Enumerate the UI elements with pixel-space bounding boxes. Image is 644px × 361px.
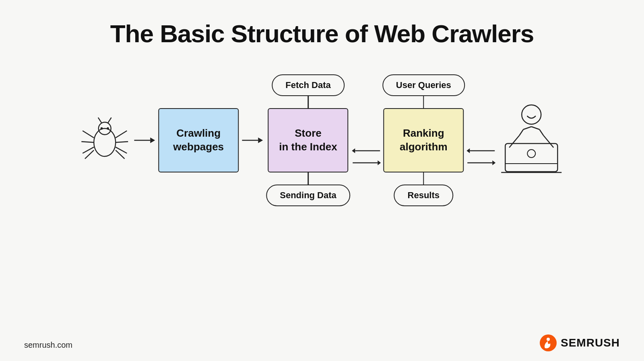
svg-line-36 [531,127,539,129]
vert-line-top-ranking [423,96,424,108]
results-pill: Results [394,185,453,206]
svg-point-26 [522,105,541,124]
svg-marker-25 [492,160,495,165]
vert-line-bottom-store [308,172,309,185]
svg-line-6 [116,131,127,137]
svg-point-30 [527,150,535,158]
svg-point-38 [547,338,550,341]
vert-line-top-store [308,96,309,108]
svg-line-34 [539,129,543,135]
svg-point-13 [107,127,109,130]
svg-marker-19 [352,148,355,153]
svg-line-33 [519,129,523,135]
svg-line-31 [509,135,519,148]
store-index-box: Store in the Index [268,108,349,172]
svg-marker-23 [466,148,470,153]
ranking-box: Ranking algorithm [383,108,464,172]
sending-data-pill: Sending Data [266,185,350,206]
crawling-box: Crawling webpages [158,108,239,172]
semrush-brand-text: SEMRUSH [561,336,620,349]
user-queries-pill: User Queries [382,74,465,96]
svg-marker-17 [258,137,263,143]
svg-line-35 [523,127,531,129]
arrow-spider-to-crawl [134,135,155,146]
page-title: The Basic Structure of Web Crawlers [0,0,644,48]
svg-point-12 [101,127,103,130]
fetch-data-pill: Fetch Data [272,74,344,96]
ranking-column: User Queries Ranking algorithm Results [382,74,465,206]
svg-line-7 [116,142,128,142]
footer-website: semrush.com [24,340,72,350]
arrow-crawl-to-store [242,135,263,146]
svg-point-0 [94,128,116,156]
semrush-logo-icon [540,334,557,351]
spider-icon [78,111,131,169]
store-index-column: Fetch Data Store in the Index Sending Da… [266,74,350,206]
bidir-arrows-store-rank [352,148,381,169]
svg-line-32 [543,135,553,148]
footer-logo-area: SEMRUSH [540,334,620,351]
svg-marker-15 [150,137,155,143]
svg-line-11 [108,117,111,123]
person-laptop-icon [497,99,566,181]
svg-line-2 [83,131,94,137]
vert-line-bottom-ranking [423,172,424,185]
svg-point-37 [540,334,557,351]
diagram-area: Crawling webpages Fetch Data Store in th… [78,74,566,206]
svg-line-3 [81,142,94,142]
bidir-arrows-rank-person [466,148,495,169]
svg-marker-21 [378,160,381,165]
svg-line-10 [98,117,102,123]
